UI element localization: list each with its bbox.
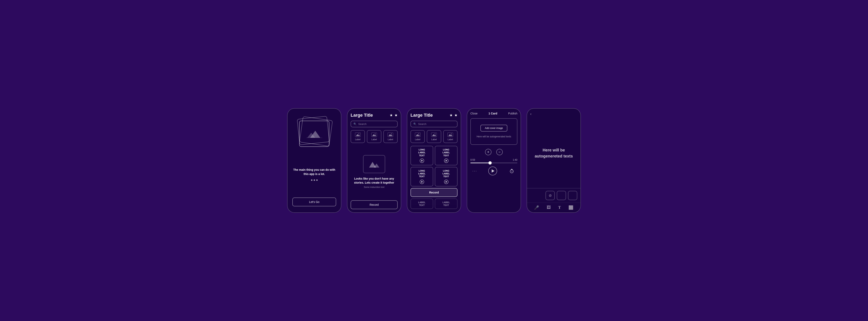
record-button-2[interactable]: Record	[351, 200, 398, 209]
grid-card-4[interactable]: LONGLABELTEXT	[435, 167, 458, 186]
play-button-3[interactable]	[420, 180, 424, 184]
svg-point-8	[391, 134, 392, 134]
play-button-4[interactable]	[444, 180, 448, 184]
add-cover-button[interactable]: Add cover image	[480, 125, 507, 132]
grid-card-1[interactable]: LONGLABELTEXT	[410, 146, 433, 165]
mic-icon[interactable]: 🎤	[534, 205, 539, 210]
s3-cat-img-2	[431, 133, 437, 137]
empty-image-box	[363, 155, 385, 173]
sticker-box-2[interactable]	[557, 191, 566, 200]
publish-button[interactable]: Publish	[508, 112, 517, 115]
screen3-cat-2[interactable]: Label	[427, 130, 441, 143]
text-icon[interactable]: 𝐓	[558, 205, 561, 210]
category-label-3: Label	[388, 138, 393, 141]
search-icon: 🔍	[353, 122, 356, 125]
time-end: 1:40	[513, 158, 517, 161]
screen3-star-1[interactable]: ★	[450, 113, 453, 117]
dot-3	[316, 179, 318, 181]
screen-stories-grid: Large Title ★ ★ 🔍 Search Label	[407, 108, 461, 213]
card-count: 1 Card	[489, 112, 497, 115]
progress-thumb[interactable]	[489, 161, 492, 165]
replay-button[interactable]: ↺	[508, 167, 516, 175]
minus-button[interactable]: −	[496, 149, 503, 155]
time-start: 0:59	[470, 158, 475, 161]
toolbar-row: 🎤 🖼 𝐓 ⬜	[527, 203, 581, 212]
play-large-button[interactable]	[488, 167, 497, 175]
more-options-button[interactable]: ···	[472, 169, 477, 173]
play-button-1[interactable]	[420, 158, 424, 163]
svg-marker-3	[356, 134, 360, 136]
search-label-2: Search	[358, 122, 367, 125]
dot-2	[314, 179, 315, 181]
frame-icon[interactable]: ⬜	[568, 205, 574, 210]
card-main	[299, 121, 329, 147]
sticker-box-3[interactable]	[568, 191, 577, 200]
category-card-1[interactable]: Label	[351, 130, 365, 143]
playback-controls: ··· ↺	[470, 167, 517, 175]
s3-cat-label-1: Label	[415, 138, 420, 141]
screen5-bottom: ⊘ 🎤 🖼 𝐓 ⬜	[527, 188, 581, 212]
svg-point-14	[435, 134, 435, 134]
svg-marker-5	[372, 134, 376, 136]
dot-1	[311, 179, 312, 181]
screen-card-editor: Close 1 Card Publish Add cover image Her…	[467, 108, 521, 213]
svg-text:↺: ↺	[511, 171, 513, 173]
overflow-card-1[interactable]: LABELTEXT	[410, 199, 433, 209]
screen3-header: Large Title ★ ★	[410, 113, 458, 118]
overflow-label-2: LABELTEXT	[442, 201, 450, 207]
svg-marker-11	[416, 134, 420, 136]
category-card-2[interactable]: Label	[367, 130, 381, 143]
category-img-1	[355, 133, 361, 137]
progress-area: 0:59 1:40	[470, 158, 517, 163]
screen4-header: Close 1 Card Publish	[470, 112, 517, 115]
screen5-header: ‹	[527, 109, 581, 118]
screen3-cat-1[interactable]: Label	[410, 130, 425, 143]
screen3-stars: ★ ★	[450, 113, 458, 117]
s3-cat-label-3: Label	[448, 138, 453, 141]
empty-title: Looks like you don't have any stories. L…	[351, 177, 398, 185]
grid-card-2[interactable]: LONGLABELTEXT	[435, 146, 458, 165]
search-bar-3[interactable]: 🔍 Search	[410, 121, 458, 127]
grid-card-3[interactable]: LONGLABELTEXT	[410, 167, 433, 186]
controls-row: + −	[470, 149, 517, 155]
overflow-card-2[interactable]: LABELTEXT	[435, 199, 458, 209]
plus-button[interactable]: +	[485, 149, 492, 155]
screen5-content: Here will be autogenereted texts	[527, 118, 581, 188]
svg-marker-15	[448, 134, 452, 136]
star-icon-1[interactable]: ★	[390, 113, 393, 117]
image-icon[interactable]: 🖼	[547, 205, 551, 210]
empty-state: Looks like you don't have any stories. L…	[351, 146, 398, 198]
progress-bar[interactable]	[470, 163, 517, 163]
screen3-cat-3[interactable]: Label	[443, 130, 458, 143]
lets-go-button[interactable]: Let's Go	[292, 198, 336, 206]
category-card-3[interactable]: Label	[383, 130, 398, 143]
play-icon	[492, 169, 494, 173]
auto-generated-text: Here will be autogenerated texts	[476, 135, 511, 138]
svg-point-16	[451, 134, 452, 134]
play-button-2[interactable]	[444, 158, 448, 163]
cover-image-box: Add cover image Here will be autogenerat…	[470, 118, 517, 145]
search-bar-2[interactable]: 🔍 Search	[351, 121, 398, 127]
s3-cat-img-3	[447, 133, 453, 137]
close-button[interactable]: Close	[470, 112, 477, 115]
auto-text-large: Here will be autogenereted texts	[531, 147, 577, 159]
screen-empty-stories: Large Title ★ ★ 🔍 Search Label	[347, 108, 401, 213]
svg-marker-7	[389, 134, 393, 136]
screen-text-editor: ‹ Here will be autogenereted texts ⊘ 🎤 🖼…	[527, 108, 581, 213]
star-icon-2[interactable]: ★	[395, 113, 398, 117]
progress-times: 0:59 1:40	[470, 158, 517, 161]
pagination-dots	[292, 179, 336, 181]
progress-fill	[470, 163, 490, 163]
svg-marker-13	[432, 134, 436, 136]
back-arrow-button[interactable]: ‹	[530, 112, 531, 116]
category-label-2: Label	[372, 138, 377, 141]
empty-subtitle: Some insturction text	[364, 186, 384, 188]
screen3-star-2[interactable]: ★	[454, 113, 458, 117]
record-button-3[interactable]: Record	[410, 188, 458, 197]
svg-point-6	[375, 134, 375, 134]
stories-grid-top: LONGLABELTEXT LONGLABELTEXT LONGLABELTEX…	[410, 146, 458, 186]
onboarding-text-area: The main thing you can do with this app …	[292, 168, 336, 181]
slash-icon: ⊘	[549, 193, 552, 198]
screen2-title: Large Title	[351, 113, 373, 118]
sticker-slash[interactable]: ⊘	[546, 191, 555, 200]
